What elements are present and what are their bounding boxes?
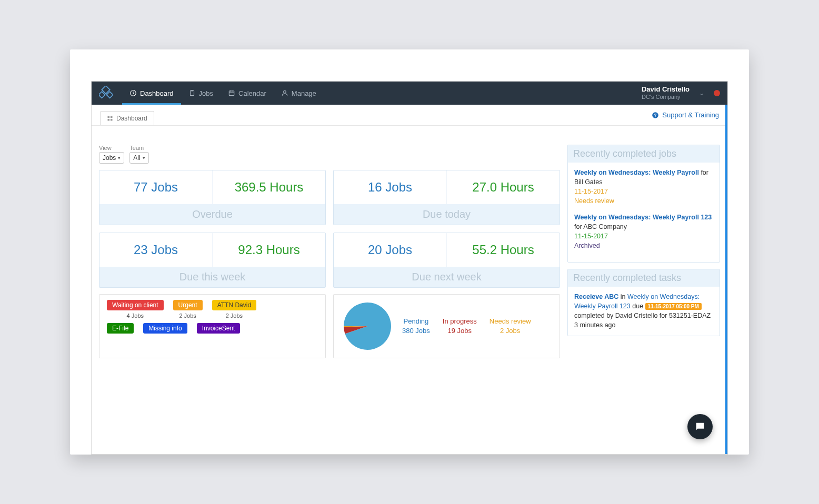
nav-label: Calendar [238, 89, 266, 97]
svg-rect-11 [111, 119, 113, 121]
tag-label: ATTN David [212, 300, 256, 310]
nav-calendar[interactable]: Calendar [221, 82, 274, 105]
team-value: All [133, 154, 140, 162]
pie-value: 19 Jobs [443, 326, 477, 336]
job-date: 11-15-2017 [574, 188, 608, 195]
stat-hours: 55.2 Hours [472, 243, 534, 257]
svg-rect-10 [108, 119, 110, 121]
pie-label: In progress [443, 317, 477, 326]
pie-label: Needs review [490, 317, 531, 326]
tag-item[interactable]: Missing info [143, 323, 187, 334]
app-logo-icon [99, 86, 113, 100]
stat-hours: 369.5 Hours [235, 180, 304, 194]
nav-manage[interactable]: Manage [274, 82, 324, 105]
svg-rect-8 [108, 116, 110, 118]
pie-label: Pending [402, 317, 430, 326]
stat-card[interactable]: 20 Jobs55.2 HoursDue next week [333, 233, 560, 288]
task-in: in [618, 293, 627, 300]
stat-card[interactable]: 23 Jobs92.3 HoursDue this week [99, 233, 326, 288]
top-nav: Dashboard Jobs Calendar Manage David Cri… [92, 82, 727, 105]
tag-item[interactable]: ATTN David2 Jobs [212, 300, 256, 319]
tag-count: 2 Jobs [173, 313, 203, 319]
right-accent-bar [725, 82, 727, 455]
stat-jobs: 77 Jobs [134, 180, 178, 194]
svg-rect-9 [111, 116, 113, 118]
svg-point-7 [284, 90, 286, 93]
filters: View Jobs ▾ Team All ▾ [99, 145, 560, 164]
nav-dashboard[interactable]: Dashboard [122, 82, 181, 105]
view-select[interactable]: Jobs ▾ [99, 152, 124, 164]
tag-count: 4 Jobs [107, 313, 164, 319]
tag-label: Missing info [143, 323, 187, 334]
timestamp-badge: 11-15-2017 05:00 PM [645, 303, 702, 310]
tag-count: 2 Jobs [212, 313, 256, 319]
grid-icon [107, 115, 113, 122]
job-status: Needs review [574, 197, 614, 205]
stat-label: Due next week [334, 267, 560, 287]
job-title: Weekly on Wednesdays: Weekly Payroll 123 [574, 214, 712, 221]
user-icon [281, 89, 288, 97]
stat-jobs: 16 Jobs [368, 180, 412, 194]
pie-panel: Pending 380 Jobs In progress 19 Jobs Nee… [333, 294, 560, 358]
team-select[interactable]: All ▾ [129, 152, 148, 164]
svg-rect-5 [191, 90, 193, 91]
tag-item[interactable]: Urgent2 Jobs [173, 300, 203, 319]
pie-stat-pending[interactable]: Pending 380 Jobs [402, 317, 430, 335]
tags-panel: Waiting on client4 JobsUrgent2 JobsATTN … [99, 294, 326, 358]
tag-item[interactable]: InvoiceSent [197, 323, 241, 334]
pie-stat-needsreview[interactable]: Needs review 2 Jobs [490, 317, 531, 335]
calendar-icon [228, 89, 235, 97]
svg-rect-4 [190, 90, 194, 95]
stat-jobs: 20 Jobs [368, 243, 412, 257]
recent-job-item[interactable]: Weekly on Wednesdays: Weekly Payroll for… [574, 168, 713, 206]
tab-dashboard[interactable]: Dashboard [100, 111, 154, 125]
tag-item[interactable]: E-File [107, 323, 134, 334]
tab-label: Dashboard [116, 115, 147, 122]
pie-value: 2 Jobs [490, 326, 531, 336]
job-date: 11-15-2017 [574, 233, 608, 240]
task-rest: completed by David Cristello for 531251-… [574, 312, 711, 329]
view-filter-label: View [99, 145, 124, 151]
pie-chart [341, 300, 394, 352]
clipboard-icon [188, 89, 196, 97]
tag-label: Waiting on client [107, 300, 164, 310]
support-link[interactable]: ? Support & Training [652, 111, 719, 119]
recent-tasks-panel: Recently completed tasks Receieve ABC in… [567, 269, 720, 336]
task-due: due [631, 303, 645, 310]
recent-task-item[interactable]: Receieve ABC in Weekly on Wednesdays: We… [568, 287, 720, 336]
panel-header: Recently completed jobs [568, 145, 720, 163]
job-title: Weekly on Wednesdays: Weekly Payroll [574, 169, 699, 176]
recent-jobs-panel: Recently completed jobs Weekly on Wednes… [567, 145, 720, 263]
chat-fab[interactable] [687, 414, 713, 439]
tag-label: InvoiceSent [197, 323, 241, 334]
stat-hours: 27.0 Hours [472, 180, 534, 194]
tag-label: E-File [107, 323, 134, 334]
nav-label: Jobs [199, 89, 213, 97]
recent-job-item[interactable]: Weekly on Wednesdays: Weekly Payroll 123… [574, 213, 713, 251]
stat-card[interactable]: 16 Jobs27.0 HoursDue today [333, 170, 560, 225]
clock-icon [129, 89, 137, 97]
notification-dot-icon[interactable] [714, 90, 720, 96]
team-filter-label: Team [129, 145, 148, 151]
subheader: Dashboard ? Support & Training [92, 105, 727, 126]
panel-header: Recently completed tasks [568, 269, 720, 287]
user-block[interactable]: David Cristello DC's Company [642, 86, 690, 100]
job-status: Archived [574, 242, 600, 249]
nav-label: Manage [292, 89, 316, 97]
view-value: Jobs [103, 154, 116, 162]
pie-stat-inprogress[interactable]: In progress 19 Jobs [443, 317, 477, 335]
support-label: Support & Training [662, 111, 719, 119]
stat-card[interactable]: 77 Jobs369.5 HoursOverdue [99, 170, 326, 225]
stat-label: Due this week [99, 267, 325, 287]
stat-jobs: 23 Jobs [134, 243, 178, 257]
tag-label: Urgent [173, 300, 203, 310]
svg-text:?: ? [654, 113, 657, 117]
stat-label: Due today [334, 204, 560, 225]
tag-item[interactable]: Waiting on client4 Jobs [107, 300, 164, 319]
help-icon: ? [652, 112, 659, 119]
pie-value: 380 Jobs [402, 326, 430, 336]
chevron-down-icon[interactable]: ⌄ [696, 89, 707, 97]
nav-jobs[interactable]: Jobs [181, 82, 221, 105]
stat-label: Overdue [99, 204, 325, 225]
job-for: for ABC Company [574, 223, 627, 230]
